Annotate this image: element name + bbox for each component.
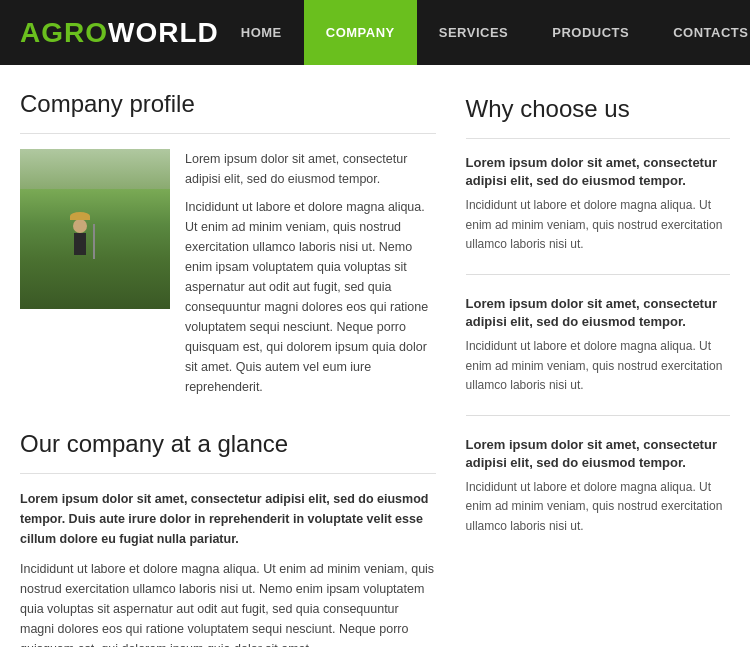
main-content: Company profile Lorem ipsum dol [0,65,750,647]
nav-item-home[interactable]: HOME [219,0,304,65]
header: AGRO WORLD HOME COMPANY SERVICES PRODUCT… [0,0,750,65]
left-column: Company profile Lorem ipsum dol [20,90,436,647]
figure-hat [70,212,90,220]
logo-agro: AGRO [20,17,108,49]
figure-head [73,219,87,233]
nav-item-company[interactable]: COMPANY [304,0,417,65]
farmer-figure [70,219,90,269]
figure-tool [93,224,95,259]
profile-para-2: Incididunt ut labore et dolore magna ali… [185,197,436,397]
profile-text: Lorem ipsum dolor sit amet, consectetur … [185,149,436,405]
glance-body: Incididunt ut labore et dolore magna ali… [20,559,436,647]
glance-section: Our company at a glance Lorem ipsum dolo… [20,430,436,647]
farm-scene [20,149,170,309]
figure-body [74,233,86,255]
profile-para-1: Lorem ipsum dolor sit amet, consectetur … [185,149,436,189]
logo: AGRO WORLD [20,17,219,49]
company-profile-title: Company profile [20,90,436,118]
why-block-3-title: Lorem ipsum dolor sit amet, consectetur … [466,436,730,472]
sky [20,149,170,189]
profile-image [20,149,170,309]
divider-why [466,138,730,139]
why-block-1-text: Incididunt ut labore et dolore magna ali… [466,196,730,254]
why-block-2: Lorem ipsum dolor sit amet, consectetur … [466,295,730,416]
why-block-2-title: Lorem ipsum dolor sit amet, consectetur … [466,295,730,331]
nav-item-contacts[interactable]: CONTACTS [651,0,750,65]
why-block-3: Lorem ipsum dolor sit amet, consectetur … [466,436,730,556]
divider-profile [20,133,436,134]
divider-glance [20,473,436,474]
why-block-2-text: Incididunt ut labore et dolore magna ali… [466,337,730,395]
glance-intro: Lorem ipsum dolor sit amet, consectetur … [20,489,436,549]
nav-item-services[interactable]: SERVICES [417,0,531,65]
why-title: Why choose us [466,95,730,123]
why-block-1: Lorem ipsum dolor sit amet, consectetur … [466,154,730,275]
field [20,189,170,309]
main-nav: HOME COMPANY SERVICES PRODUCTS CONTACTS [219,0,750,65]
glance-intro-bold: Lorem ipsum dolor sit amet, consectetur … [20,492,428,546]
right-column: Why choose us Lorem ipsum dolor sit amet… [466,90,730,647]
profile-content: Lorem ipsum dolor sit amet, consectetur … [20,149,436,405]
nav-item-products[interactable]: PRODUCTS [530,0,651,65]
logo-world: WORLD [108,17,219,49]
why-block-3-text: Incididunt ut labore et dolore magna ali… [466,478,730,536]
glance-title: Our company at a glance [20,430,436,458]
why-block-1-title: Lorem ipsum dolor sit amet, consectetur … [466,154,730,190]
